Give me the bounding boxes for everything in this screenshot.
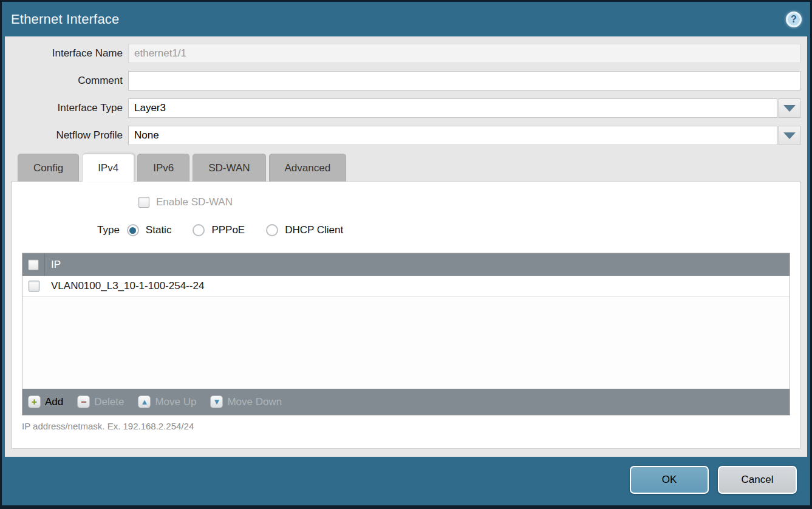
- add-button-label: Add: [45, 396, 63, 408]
- tab-ipv4[interactable]: IPv4: [82, 154, 134, 182]
- radio-pppoe[interactable]: PPPoE: [193, 224, 245, 236]
- help-icon[interactable]: ?: [786, 12, 802, 27]
- dialog-title: Ethernet Interface: [11, 12, 119, 27]
- ip-cell-value: VLAN0100_L3_10-1-100-254--24: [45, 280, 204, 292]
- interface-type-row: Interface Type: [12, 98, 800, 118]
- netflow-profile-dropdown-button[interactable]: [779, 126, 800, 145]
- ip-table: IP VLAN0100_L3_10-1-100-254--24 +: [22, 253, 790, 415]
- radio-icon: [193, 224, 205, 236]
- interface-type-dropdown-button[interactable]: [779, 98, 800, 118]
- netflow-profile-combo: [128, 126, 800, 145]
- tab-ipv6[interactable]: IPv6: [137, 154, 189, 182]
- type-label: Type: [97, 224, 120, 236]
- radio-icon: [266, 224, 278, 236]
- move-down-button[interactable]: ▼ Move Down: [210, 395, 282, 408]
- row-checkbox-cell: [22, 276, 45, 296]
- row-checkbox[interactable]: [29, 281, 39, 292]
- screen: Ethernet Interface ? Interface Name Comm…: [0, 0, 812, 509]
- chevron-down-icon: [783, 132, 796, 139]
- ip-table-body: VLAN0100_L3_10-1-100-254--24: [22, 276, 790, 389]
- dialog-footer: OK Cancel: [2, 457, 810, 505]
- select-all-cell: [22, 253, 45, 276]
- comment-label: Comment: [12, 75, 128, 87]
- plus-icon: +: [28, 395, 41, 408]
- radio-static-label: Static: [146, 224, 172, 236]
- interface-type-field[interactable]: [128, 98, 777, 118]
- delete-button[interactable]: − Delete: [77, 395, 124, 408]
- tab-bar: Config IPv4 IPv6 SD-WAN Advanced: [12, 154, 800, 182]
- comment-field[interactable]: [128, 71, 800, 91]
- radio-dhcp-client-label: DHCP Client: [285, 224, 343, 236]
- netflow-profile-label: Netflow Profile: [12, 129, 128, 142]
- radio-icon: [127, 224, 139, 236]
- move-up-button-label: Move Up: [155, 396, 196, 408]
- interface-type-combo: [128, 98, 800, 118]
- interface-name-label: Interface Name: [12, 47, 128, 60]
- ethernet-interface-dialog: Ethernet Interface ? Interface Name Comm…: [2, 2, 810, 505]
- arrow-down-icon: ▼: [210, 395, 223, 408]
- chevron-down-icon: [783, 105, 796, 112]
- select-all-checkbox[interactable]: [28, 259, 39, 270]
- ip-table-header: IP: [22, 253, 790, 276]
- ip-table-toolbar: + Add − Delete ▲ Move Up ▼: [22, 389, 790, 415]
- add-button[interactable]: + Add: [28, 395, 63, 408]
- delete-button-label: Delete: [94, 396, 124, 408]
- ip-format-hint: IP address/netmask. Ex. 192.168.2.254/24: [22, 421, 790, 431]
- minus-icon: −: [77, 395, 90, 408]
- cancel-button[interactable]: Cancel: [718, 466, 797, 494]
- comment-row: Comment: [12, 71, 800, 91]
- move-down-button-label: Move Down: [227, 396, 282, 408]
- tab-sd-wan[interactable]: SD-WAN: [193, 154, 265, 182]
- ip-column-header: IP: [45, 259, 61, 271]
- enable-sdwan-checkbox: [138, 197, 149, 208]
- arrow-up-icon: ▲: [138, 395, 151, 408]
- move-up-button[interactable]: ▲ Move Up: [138, 395, 196, 408]
- interface-type-label: Interface Type: [12, 102, 128, 114]
- interface-name-field: [128, 44, 800, 63]
- tab-advanced[interactable]: Advanced: [269, 154, 347, 182]
- radio-pppoe-label: PPPoE: [211, 224, 245, 236]
- enable-sdwan-row: Enable SD-WAN: [138, 196, 790, 208]
- netflow-profile-field[interactable]: [128, 126, 777, 145]
- ok-button[interactable]: OK: [630, 466, 709, 494]
- netflow-profile-row: Netflow Profile: [12, 126, 800, 145]
- ipv4-tab-panel: Enable SD-WAN Type Static PPPoE DHCP Cli…: [12, 181, 800, 449]
- radio-dhcp-client[interactable]: DHCP Client: [266, 224, 343, 236]
- table-row[interactable]: VLAN0100_L3_10-1-100-254--24: [22, 276, 790, 297]
- type-radio-group: Type Static PPPoE DHCP Client: [97, 224, 790, 236]
- radio-static[interactable]: Static: [127, 224, 172, 236]
- dialog-body: Interface Name Comment Interface Type Ne…: [5, 36, 807, 457]
- interface-name-row: Interface Name: [12, 44, 800, 63]
- tab-config[interactable]: Config: [18, 154, 79, 182]
- enable-sdwan-label: Enable SD-WAN: [156, 196, 233, 208]
- dialog-titlebar: Ethernet Interface ?: [2, 2, 810, 36]
